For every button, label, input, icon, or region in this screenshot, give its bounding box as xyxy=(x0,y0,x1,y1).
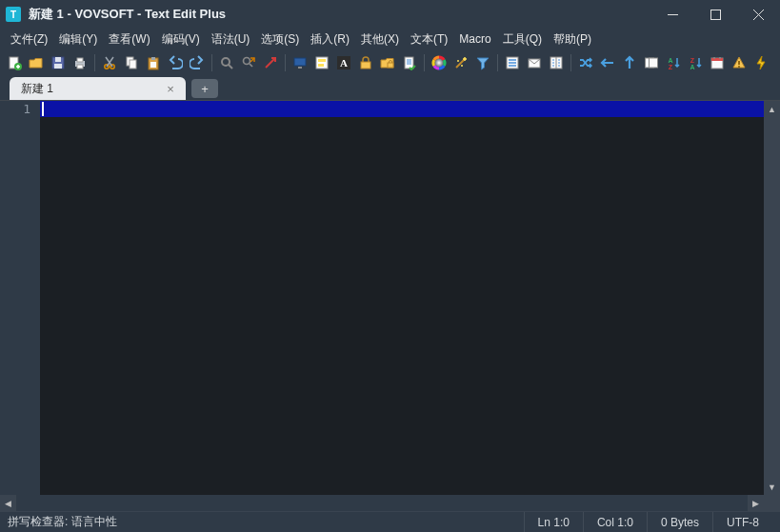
scroll-down-icon[interactable]: ▼ xyxy=(764,479,780,495)
sort-za-icon[interactable]: ZA xyxy=(685,52,706,73)
new-tab-button[interactable]: + xyxy=(191,79,218,98)
undo-icon[interactable] xyxy=(165,52,186,73)
color-wheel-icon[interactable] xyxy=(429,52,450,73)
svg-rect-23 xyxy=(316,57,328,69)
sort-az-icon[interactable]: AZ xyxy=(663,52,684,73)
tab-close-button[interactable]: × xyxy=(163,81,178,96)
menu-item-6[interactable]: 插入(R) xyxy=(305,29,355,50)
lightning-icon[interactable] xyxy=(750,52,771,73)
svg-rect-38 xyxy=(650,58,658,68)
menu-item-5[interactable]: 选项(S) xyxy=(255,29,305,50)
cut-icon[interactable] xyxy=(99,52,120,73)
scroll-left-icon[interactable]: ◀ xyxy=(0,495,16,511)
svg-text:Z: Z xyxy=(690,57,695,64)
shuffle-icon[interactable] xyxy=(575,52,596,73)
svg-rect-7 xyxy=(55,57,61,62)
line-number: 1 xyxy=(0,102,30,116)
menu-item-11[interactable]: 帮助(P) xyxy=(548,29,597,50)
new-file-icon[interactable] xyxy=(4,52,25,73)
svg-point-32 xyxy=(457,60,459,62)
menu-item-2[interactable]: 查看(W) xyxy=(103,29,155,50)
toolbar-separator xyxy=(570,54,571,71)
wand-icon[interactable] xyxy=(450,52,471,73)
menu-item-1[interactable]: 编辑(Y) xyxy=(53,29,103,50)
paste-icon[interactable] xyxy=(143,52,164,73)
app-icon: T xyxy=(6,7,21,22)
svg-rect-28 xyxy=(361,62,370,69)
close-button[interactable] xyxy=(737,0,780,29)
svg-rect-17 xyxy=(151,57,155,60)
svg-rect-44 xyxy=(711,58,723,61)
lock-icon[interactable] xyxy=(355,52,376,73)
toolbar-separator xyxy=(211,54,212,71)
text-cursor xyxy=(42,102,44,116)
folder-lock-icon[interactable] xyxy=(377,52,398,73)
svg-rect-25 xyxy=(318,64,324,67)
minimize-button[interactable] xyxy=(651,0,694,29)
document-check-icon[interactable] xyxy=(399,52,420,73)
find-icon[interactable] xyxy=(216,52,237,73)
svg-rect-10 xyxy=(77,58,83,62)
print-icon[interactable] xyxy=(70,52,90,73)
toolbar-separator xyxy=(424,54,425,71)
tab-active[interactable]: 新建 1 × xyxy=(10,77,186,100)
open-file-icon[interactable] xyxy=(26,52,47,73)
text-editor[interactable] xyxy=(40,101,764,495)
svg-text:A: A xyxy=(690,64,694,70)
calendar-icon[interactable] xyxy=(707,52,728,73)
svg-rect-30 xyxy=(405,57,413,69)
toolbar: AAZZA xyxy=(0,49,780,76)
arrow-up-icon[interactable] xyxy=(619,52,640,73)
menu-item-7[interactable]: 其他(X) xyxy=(355,29,405,50)
replace-icon[interactable] xyxy=(238,52,259,73)
menu-item-4[interactable]: 语法(U) xyxy=(206,29,256,50)
svg-point-19 xyxy=(222,58,230,66)
status-size[interactable]: 0 Bytes xyxy=(647,512,712,532)
svg-text:A: A xyxy=(340,57,348,69)
svg-rect-29 xyxy=(388,63,393,68)
scroll-corner xyxy=(764,495,780,511)
highlight-icon[interactable] xyxy=(311,52,332,73)
menu-item-8[interactable]: 文本(T) xyxy=(405,29,453,50)
horizontal-scrollbar[interactable]: ◀ ▶ xyxy=(0,495,764,511)
svg-rect-22 xyxy=(298,67,302,69)
arrow-left-icon[interactable] xyxy=(597,52,618,73)
redo-icon[interactable] xyxy=(187,52,208,73)
menu-item-3[interactable]: 编码(V) xyxy=(156,29,206,50)
svg-text:A: A xyxy=(668,57,672,64)
vertical-scrollbar[interactable]: ▲ ▼ xyxy=(764,101,780,495)
gallery-icon[interactable] xyxy=(641,52,662,73)
monitor-icon[interactable] xyxy=(290,52,310,73)
editor-area: 1 ▲ ▼ ◀ ▶ xyxy=(0,101,780,511)
save-icon[interactable] xyxy=(48,52,69,73)
svg-rect-8 xyxy=(54,64,62,69)
warning-icon[interactable] xyxy=(729,52,750,73)
current-line-highlight xyxy=(40,101,764,117)
svg-rect-21 xyxy=(294,58,306,66)
toolbar-separator xyxy=(285,54,286,71)
scroll-right-icon[interactable]: ▶ xyxy=(748,495,764,511)
menu-item-9[interactable]: Macro xyxy=(453,30,496,49)
line-gutter: 1 xyxy=(0,101,40,495)
goto-icon[interactable] xyxy=(260,52,281,73)
menu-item-0[interactable]: 文件(Z) xyxy=(5,29,53,50)
copy-icon[interactable] xyxy=(121,52,142,73)
columns-icon[interactable] xyxy=(546,52,567,73)
maximize-button[interactable] xyxy=(694,0,737,29)
toolbar-separator xyxy=(94,54,95,71)
scroll-up-icon[interactable]: ▲ xyxy=(764,101,780,117)
menu-bar: 文件(Z)编辑(Y)查看(W)编码(V)语法(U)选项(S)插入(R)其他(X)… xyxy=(0,29,780,49)
funnel-icon[interactable] xyxy=(472,52,493,73)
status-line[interactable]: Ln 1:0 xyxy=(524,512,583,532)
font-letter-icon[interactable]: A xyxy=(333,52,354,73)
mail-icon[interactable] xyxy=(524,52,545,73)
status-encoding[interactable]: UTF-8 xyxy=(712,512,772,532)
svg-rect-1 xyxy=(711,10,721,19)
list-icon[interactable] xyxy=(502,52,523,73)
status-bar: 拼写检查器: 语言中性 Ln 1:0 Col 1:0 0 Bytes UTF-8 xyxy=(0,511,780,532)
menu-item-10[interactable]: 工具(Q) xyxy=(497,29,548,50)
svg-point-45 xyxy=(738,66,740,68)
status-column[interactable]: Col 1:0 xyxy=(583,512,647,532)
status-spellcheck[interactable]: 拼写检查器: 语言中性 xyxy=(8,514,117,530)
tab-label: 新建 1 xyxy=(21,81,53,97)
